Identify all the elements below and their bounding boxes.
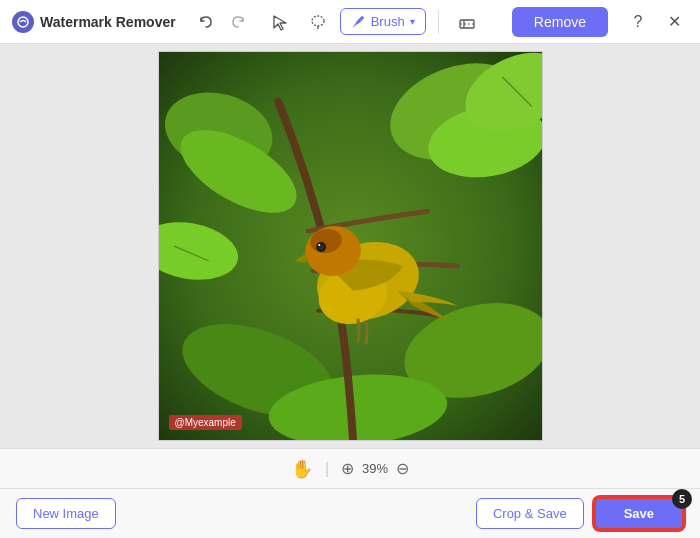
image-display: @Myexample	[159, 52, 542, 440]
zoom-controls: ✋ | ⊕ 39% ⊖	[291, 458, 409, 480]
eraser-tool-button[interactable]	[451, 6, 483, 38]
image-container: @Myexample	[158, 51, 543, 441]
help-button[interactable]: ?	[624, 8, 652, 36]
bottom-right-controls: Crop & Save 5 Save	[476, 497, 684, 530]
window-controls: ? ✕	[624, 8, 688, 36]
help-icon: ?	[634, 13, 643, 31]
crop-save-button[interactable]: Crop & Save	[476, 498, 584, 529]
brush-label: Brush	[371, 14, 405, 29]
toolbar-divider	[438, 10, 439, 34]
logo-icon	[12, 11, 34, 33]
lasso-tool-button[interactable]	[302, 6, 334, 38]
app-logo: Watermark Remover	[12, 11, 176, 33]
svg-rect-2	[460, 20, 474, 28]
zoom-out-icon[interactable]: ⊖	[396, 459, 409, 478]
canvas-area[interactable]: @Myexample	[0, 44, 700, 448]
svg-point-0	[18, 17, 28, 27]
watermark-text: @Myexample	[169, 415, 242, 430]
app-title: Watermark Remover	[40, 14, 176, 30]
toolbar-nav	[192, 8, 252, 36]
toolbar-tools: Brush ▾	[264, 6, 512, 38]
pan-icon[interactable]: ✋	[291, 458, 313, 480]
status-bar: ✋ | ⊕ 39% ⊖	[0, 448, 700, 488]
bottom-bar: New Image Crop & Save 5 Save	[0, 488, 700, 538]
close-button[interactable]: ✕	[660, 8, 688, 36]
zoom-value: 39%	[362, 461, 388, 476]
redo-button[interactable]	[224, 8, 252, 36]
selection-tool-button[interactable]	[264, 6, 296, 38]
brush-tool-button[interactable]: Brush ▾	[340, 8, 426, 35]
save-button[interactable]: Save	[594, 497, 684, 530]
svg-point-1	[312, 16, 324, 26]
brush-chevron: ▾	[410, 16, 415, 27]
close-icon: ✕	[668, 12, 681, 31]
save-button-wrapper: 5 Save	[594, 497, 684, 530]
remove-button[interactable]: Remove	[512, 7, 608, 37]
new-image-button[interactable]: New Image	[16, 498, 116, 529]
zoom-in-icon[interactable]: ⊕	[341, 459, 354, 478]
undo-button[interactable]	[192, 8, 220, 36]
svg-point-17	[318, 244, 320, 246]
notification-badge: 5	[672, 489, 692, 509]
title-bar: Watermark Remover	[0, 0, 700, 44]
bird-scene-svg	[159, 52, 542, 440]
